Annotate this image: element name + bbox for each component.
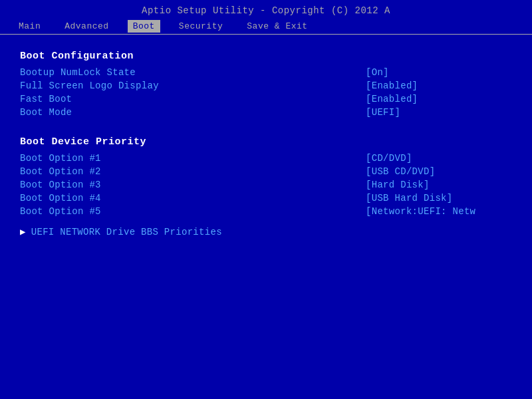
fast-boot-row[interactable]: Fast Boot [Enabled] (20, 92, 512, 106)
boot-option-1-label: Boot Option #1 (20, 153, 101, 164)
boot-option-1-value: [CD/DVD] (366, 153, 512, 164)
fast-boot-label: Fast Boot (20, 94, 72, 104)
boot-priority-header: Boot Device Priority (20, 136, 512, 148)
boot-option-4-row[interactable]: Boot Option #4 [USB Hard Disk] (20, 192, 512, 205)
tab-advanced[interactable]: Advanced (59, 20, 114, 33)
boot-mode-row[interactable]: Boot Mode [UEFI] (20, 106, 512, 119)
boot-option-2-label: Boot Option #2 (20, 166, 101, 177)
bios-screen: Aptio Setup Utility - Copyright (C) 2012… (0, 0, 532, 399)
boot-option-5-value: [Network:UEFI: Netw (366, 206, 512, 217)
tab-save-exit[interactable]: Save & Exit (241, 20, 313, 33)
spacer-1 (20, 119, 512, 127)
tab-boot[interactable]: Boot (128, 20, 160, 33)
fast-boot-value: [Enabled] (366, 94, 512, 104)
logo-display-label: Full Screen Logo Display (20, 80, 159, 91)
boot-option-5-row[interactable]: Boot Option #5 [Network:UEFI: Netw (20, 205, 512, 218)
boot-option-3-row[interactable]: Boot Option #3 [Hard Disk] (20, 178, 512, 192)
boot-option-2-value: [USB CD/DVD] (366, 166, 512, 177)
title-text: Aptio Setup Utility - Copyright (C) 2012… (142, 5, 390, 16)
boot-option-4-label: Boot Option #4 (20, 193, 101, 203)
logo-display-value: [Enabled] (366, 80, 512, 91)
numlock-label: Bootup NumLock State (20, 67, 136, 78)
main-content: Boot Configuration Bootup NumLock State … (0, 35, 532, 390)
logo-display-row[interactable]: Full Screen Logo Display [Enabled] (20, 79, 512, 92)
boot-config-header: Boot Configuration (20, 51, 512, 62)
boot-mode-value: [UEFI] (366, 107, 512, 118)
boot-option-2-row[interactable]: Boot Option #2 [USB CD/DVD] (20, 165, 512, 178)
boot-option-3-label: Boot Option #3 (20, 180, 101, 190)
boot-option-4-value: [USB Hard Disk] (366, 193, 512, 203)
numlock-value: [On] (366, 67, 512, 78)
tab-main[interactable]: Main (13, 20, 46, 33)
tab-security[interactable]: Security (174, 20, 228, 33)
boot-mode-label: Boot Mode (20, 107, 72, 118)
tab-bar: Main Advanced Boot Security Save & Exit (0, 19, 532, 35)
numlock-row[interactable]: Bootup NumLock State [On] (20, 66, 512, 79)
uefi-network-row[interactable]: ▶ UEFI NETWORK Drive BBS Priorities (20, 223, 512, 240)
boot-option-1-row[interactable]: Boot Option #1 [CD/DVD] (20, 152, 512, 165)
boot-option-3-value: [Hard Disk] (366, 180, 512, 190)
boot-option-5-label: Boot Option #5 (20, 206, 101, 217)
title-bar: Aptio Setup Utility - Copyright (C) 2012… (0, 0, 532, 19)
uefi-network-label: UEFI NETWORK Drive BBS Priorities (31, 227, 222, 237)
submenu-arrow-icon: ▶ (20, 226, 26, 237)
